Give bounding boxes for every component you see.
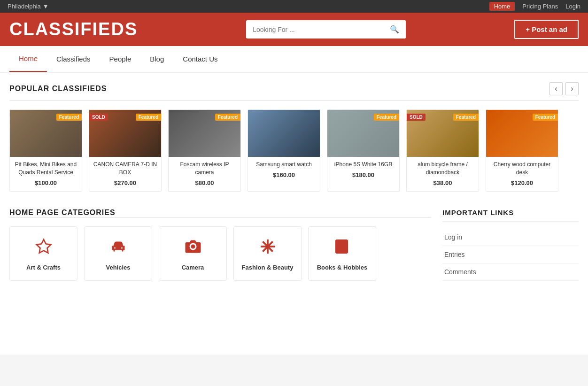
featured-badge: Featured xyxy=(136,114,161,121)
card-price: $180.00 xyxy=(331,171,395,178)
category-label: Books & Hobbies xyxy=(316,264,368,271)
main-content: POPULAR CLASSIFIEDS ‹ › Featured Pit Bik… xyxy=(0,73,588,355)
card-price: $160.00 xyxy=(252,171,316,178)
card-image: Featured xyxy=(10,110,82,157)
nav-classifieds[interactable]: Classifieds xyxy=(47,46,100,71)
card-image: SOLD Featured xyxy=(407,110,479,157)
nav-people[interactable]: People xyxy=(100,46,141,71)
popular-classifieds-header: POPULAR CLASSIFIEDS ‹ › xyxy=(9,82,579,95)
product-card[interactable]: Featured Pit Bikes, Mini Bikes and Quads… xyxy=(9,109,82,192)
categories-title: HOME PAGE CATEGORIES xyxy=(9,208,431,217)
category-label: Vehicles xyxy=(92,264,144,271)
category-label: Fashion & Beauty xyxy=(241,264,294,271)
carousel-arrows: ‹ › xyxy=(549,82,579,95)
top-nav-login[interactable]: Login xyxy=(565,3,580,10)
card-body: Foscam wireless IP camera $80.00 xyxy=(169,157,240,191)
sold-badge: SOLD xyxy=(89,114,108,121)
featured-badge: Featured xyxy=(215,114,240,121)
card-image: Featured xyxy=(327,110,399,157)
category-label: Art & Crafts xyxy=(17,264,70,271)
category-card[interactable]: Fashion & Beauty xyxy=(233,226,302,281)
card-title: Samsung smart watch xyxy=(252,161,316,169)
category-card[interactable]: Books & Hobbies xyxy=(308,226,376,281)
top-nav-home[interactable]: Home xyxy=(489,2,515,11)
search-bar: 🔍 xyxy=(246,20,406,39)
card-price: $120.00 xyxy=(490,179,554,186)
sidebar-link[interactable]: Comments xyxy=(442,263,579,280)
featured-badge: Featured xyxy=(453,114,479,121)
categories-divider xyxy=(9,217,431,218)
main-nav: Home Classifieds People Blog Contact Us xyxy=(0,46,588,73)
category-card[interactable]: Camera xyxy=(159,226,227,281)
card-price: $80.00 xyxy=(172,179,237,186)
popular-classifieds-title: POPULAR CLASSIFIEDS xyxy=(9,85,107,93)
category-label: Camera xyxy=(167,264,219,271)
card-body: Pit Bikes, Mini Bikes and Quads Rental S… xyxy=(10,157,82,191)
top-nav: Home Pricing Plans Login xyxy=(489,2,580,11)
top-nav-pricing[interactable]: Pricing Plans xyxy=(522,3,558,10)
category-card[interactable]: Vehicles xyxy=(84,226,152,281)
sidebar-links: Log inEntriesComments xyxy=(442,229,579,281)
card-title: alum bicycle frame / diamondback xyxy=(410,161,475,177)
category-icon xyxy=(241,238,294,259)
search-icon: 🔍 xyxy=(390,25,399,33)
categories-grid: Art & Crafts Vehicles Camera Fashion & B… xyxy=(9,226,431,281)
featured-badge: Featured xyxy=(374,114,399,121)
category-icon xyxy=(167,238,219,259)
card-price: $270.00 xyxy=(93,179,157,186)
category-card[interactable]: Art & Crafts xyxy=(9,226,77,281)
card-body: Cherry wood computer desk $120.00 xyxy=(486,157,558,191)
nav-contact[interactable]: Contact Us xyxy=(173,46,227,71)
sidebar-link-item: Log in xyxy=(442,229,579,246)
card-image: Featured xyxy=(169,110,240,157)
card-body: CANON CAMERA 7-D IN BOX $270.00 xyxy=(89,157,161,191)
sidebar-divider xyxy=(442,221,579,222)
categories-main: HOME PAGE CATEGORIES Art & Crafts Vehicl… xyxy=(9,208,431,281)
sidebar-link-item: Comments xyxy=(442,263,579,281)
card-body: Samsung smart watch $160.00 xyxy=(248,157,320,183)
search-input[interactable] xyxy=(246,21,383,38)
product-card[interactable]: Samsung smart watch $160.00 xyxy=(248,109,320,192)
product-card[interactable]: Featured Cherry wood computer desk $120.… xyxy=(486,109,558,192)
card-title: Cherry wood computer desk xyxy=(490,161,554,177)
card-title: CANON CAMERA 7-D IN BOX xyxy=(93,161,157,177)
card-image: SOLD Featured xyxy=(89,110,161,157)
svg-marker-0 xyxy=(37,239,51,253)
sidebar-title: IMPORTANT LINKS xyxy=(442,208,579,216)
product-card[interactable]: SOLD Featured CANON CAMERA 7-D IN BOX $2… xyxy=(89,109,162,192)
product-card[interactable]: Featured Foscam wireless IP camera $80.0… xyxy=(168,109,241,192)
header: CLASSIFIEDS 🔍 + Post an ad xyxy=(0,13,588,46)
card-title: Foscam wireless IP camera xyxy=(172,161,237,177)
popular-cards-row: Featured Pit Bikes, Mini Bikes and Quads… xyxy=(9,109,579,192)
city-selector[interactable]: Philadelphia ▼ xyxy=(8,3,49,10)
search-button[interactable]: 🔍 xyxy=(383,20,406,39)
categories-section: HOME PAGE CATEGORIES Art & Crafts Vehicl… xyxy=(9,208,579,281)
popular-divider xyxy=(9,100,579,101)
card-title: Pit Bikes, Mini Bikes and Quads Rental S… xyxy=(14,161,78,177)
card-price: $38.00 xyxy=(410,179,475,186)
content-row: HOME PAGE CATEGORIES Art & Crafts Vehicl… xyxy=(9,208,579,281)
city-label: Philadelphia xyxy=(8,3,41,10)
chevron-down-icon: ▼ xyxy=(43,3,49,10)
sold-badge: SOLD xyxy=(407,114,426,121)
product-card[interactable]: Featured iPhone 5S White 16GB $180.00 xyxy=(327,109,400,192)
card-image: Featured xyxy=(486,110,558,157)
nav-blog[interactable]: Blog xyxy=(140,46,173,71)
featured-badge: Featured xyxy=(56,114,82,121)
card-body: alum bicycle frame / diamondback $38.00 xyxy=(407,157,479,191)
sidebar-link-item: Entries xyxy=(442,246,579,263)
category-icon xyxy=(17,238,70,259)
product-card[interactable]: SOLD Featured alum bicycle frame / diamo… xyxy=(406,109,479,192)
sidebar: IMPORTANT LINKS Log inEntriesComments xyxy=(442,208,579,281)
top-bar: Philadelphia ▼ Home Pricing Plans Login xyxy=(0,0,588,13)
site-logo: CLASSIFIEDS xyxy=(9,19,138,39)
nav-home[interactable]: Home xyxy=(9,46,47,72)
next-arrow[interactable]: › xyxy=(565,82,579,95)
card-body: iPhone 5S White 16GB $180.00 xyxy=(327,157,399,183)
prev-arrow[interactable]: ‹ xyxy=(549,82,563,95)
sidebar-link[interactable]: Log in xyxy=(442,229,579,246)
post-ad-button[interactable]: + Post an ad xyxy=(514,20,579,39)
featured-badge: Featured xyxy=(533,114,558,121)
sidebar-link[interactable]: Entries xyxy=(442,246,579,263)
category-icon xyxy=(92,238,144,259)
